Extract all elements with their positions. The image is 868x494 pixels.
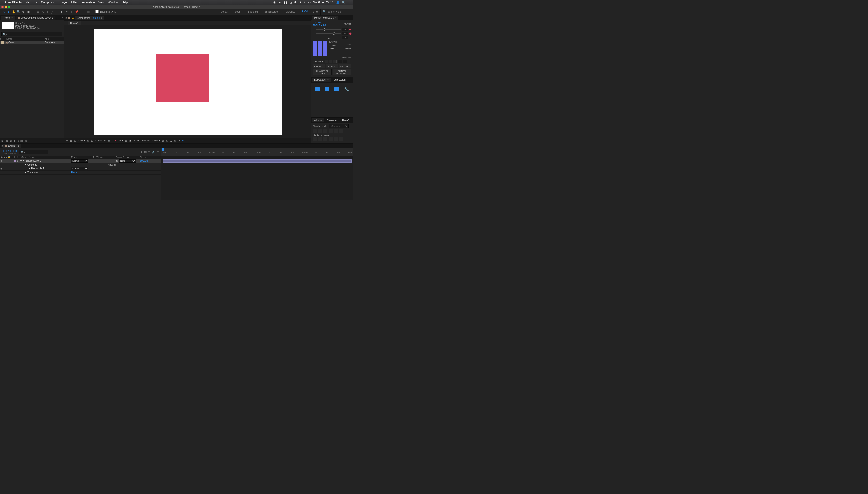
menu-composition[interactable]: Composition — [41, 1, 57, 4]
ease-both-slider[interactable]: ›‹ 50 — [313, 36, 351, 39]
workspace-rafal[interactable]: Rafal — [299, 9, 311, 15]
interpret-footage-icon[interactable]: ▣ — [1, 140, 4, 142]
add-menu-icon[interactable]: ◉ — [114, 164, 116, 166]
views-dropdown[interactable]: 1 View ▾ — [152, 139, 160, 142]
tl-icon[interactable]: 🔗 — [152, 151, 155, 154]
layer-transform-row[interactable]: ▸Transform Reset — [0, 171, 161, 174]
view-opt-icon[interactable]: ▣ — [162, 139, 164, 142]
puppet-tool[interactable]: ✧ — [69, 10, 74, 14]
menu-animation[interactable]: Animation — [82, 1, 95, 4]
anchor-br[interactable] — [323, 51, 327, 56]
col-type[interactable]: Type — [44, 38, 64, 40]
tl-icon[interactable]: ▢ — [157, 151, 159, 154]
type-tool[interactable]: T — [45, 10, 50, 14]
rectangle-tool[interactable]: ▭ — [35, 10, 40, 14]
current-time[interactable]: 0:00:00:00 — [95, 139, 106, 142]
tl-icon[interactable]: ◫ — [148, 151, 150, 154]
workspace-reset-icon[interactable]: ▭ — [316, 10, 318, 13]
help-search-input[interactable] — [328, 11, 349, 13]
tab-ease[interactable]: EaseC — [340, 118, 351, 122]
ease-both-value[interactable]: 50 — [342, 36, 348, 39]
home-button[interactable]: ⌂ — [1, 10, 6, 14]
stretch-value[interactable]: 100,0% — [140, 159, 154, 162]
dist-left-icon[interactable] — [329, 137, 333, 141]
comp-inner-tab[interactable]: Comp 1 — [68, 21, 81, 25]
hand-tool[interactable]: ✋ — [11, 10, 16, 14]
convert-to-shape-button[interactable]: CONVERT TO SHAPE — [313, 69, 332, 75]
snap-opt-icon[interactable]: ⊡ — [114, 11, 116, 13]
anchor-mr[interactable] — [323, 46, 327, 51]
workspace-standard[interactable]: Standard — [245, 9, 261, 15]
snapping-toggle[interactable]: Snapping ⤢ ⊡ — [95, 10, 116, 13]
seq-mode-icon[interactable] — [329, 60, 332, 63]
comp-thumbnail[interactable] — [2, 22, 14, 28]
close-window-button[interactable] — [1, 6, 4, 8]
workspace-small-screen[interactable]: Small Screen — [261, 9, 282, 15]
camera-tool[interactable]: ▣ — [26, 10, 31, 14]
view-opt-icon[interactable]: ⊞ — [174, 139, 176, 142]
timeline-search[interactable]: 🔍▾ — [19, 150, 48, 154]
workspace-learn[interactable]: Learn — [232, 9, 245, 15]
projecting-cap-button[interactable] — [334, 87, 339, 91]
tab-align[interactable]: Align ≡ — [312, 118, 324, 122]
align-vcenter-icon[interactable] — [334, 129, 338, 133]
tab-composition[interactable]: Composition Comp 1 ≡ — [75, 16, 104, 20]
seq-step-value[interactable]: 1 — [343, 60, 347, 63]
brush-tool[interactable]: ╱ — [50, 10, 55, 14]
tab-motion-tools[interactable]: Motion Tools 2.1.2 ≡ — [312, 16, 338, 20]
twirl-icon[interactable]: ▾ — [20, 159, 21, 162]
snapshot-icon[interactable]: 📷 — [108, 139, 110, 142]
align-left-icon[interactable] — [313, 129, 316, 133]
anchor-tr[interactable] — [323, 41, 327, 45]
seq-mode-icon[interactable] — [333, 60, 337, 63]
tl-icon[interactable]: ⊕ — [141, 151, 143, 154]
control-center-icon[interactable]: ☰ — [348, 1, 351, 4]
col-name[interactable]: Name — [5, 38, 44, 40]
tab-project[interactable]: Project ≡ — [1, 16, 15, 20]
menu-edit[interactable]: Edit — [33, 1, 38, 4]
anchor-grid[interactable] — [313, 41, 327, 56]
panel-menu-icon[interactable]: ≡ — [328, 78, 329, 81]
dist-vcenter-icon[interactable] — [318, 137, 322, 141]
panel-overflow-icon[interactable]: » — [352, 119, 353, 122]
clone-stamp-tool[interactable]: ⊥ — [55, 10, 60, 14]
visibility-icon[interactable]: ◉ — [0, 167, 3, 170]
menu-view[interactable]: View — [98, 1, 105, 4]
bounce-wave-icon[interactable]: ⌒⌒ — [347, 44, 351, 46]
about-button[interactable]: ABOUT — [344, 23, 351, 25]
composition-canvas[interactable] — [94, 29, 282, 135]
resolution-dropdown[interactable]: Full ▾ — [118, 139, 123, 142]
panel-overflow-icon[interactable]: » — [61, 17, 63, 19]
remove-artboard-button[interactable]: REMOVE ARTBOARD — [333, 69, 351, 75]
panel-menu-icon[interactable]: ≡ — [320, 119, 322, 122]
tab-close-icon[interactable]: × — [1, 145, 3, 147]
time-ruler[interactable]: :00f 15f 30f 45f 01:00f 15f 30f 45f 02:0… — [161, 148, 353, 156]
vis-col-header[interactable]: ◉ ◀ ● 🔒 — [0, 156, 14, 159]
bounce-button[interactable]: BOUNCE — [329, 44, 337, 46]
clone-dots-icon[interactable]: ◆◆◆◆ — [345, 47, 351, 50]
status-icon[interactable]: ◻ — [290, 1, 292, 4]
layer-rectangle-row[interactable]: ◉ ▸Rectangle 1 Normal — [0, 167, 161, 171]
dist-top-icon[interactable] — [313, 137, 316, 141]
minimize-window-button[interactable] — [5, 6, 7, 8]
window-controls[interactable] — [1, 6, 11, 8]
menu-layer[interactable]: Layer — [60, 1, 68, 4]
fill-icon[interactable]: ◫ — [81, 10, 86, 14]
seq-mode-icon[interactable] — [325, 60, 328, 63]
add-null-button[interactable]: ADD NULL — [339, 64, 351, 68]
elastic-button[interactable]: ELASTIC — [329, 41, 337, 43]
current-timecode[interactable]: 0:00:00:00 — [2, 149, 17, 153]
pen-tool[interactable]: ✎ — [40, 10, 45, 14]
menu-window[interactable]: Window — [108, 1, 118, 4]
visibility-icon[interactable]: ◉ — [0, 159, 3, 162]
trkmat-col-header[interactable]: TrkMat — [96, 156, 116, 159]
composition-viewer[interactable] — [64, 25, 311, 138]
roto-brush-tool[interactable]: ✦ — [64, 10, 69, 14]
tl-icon[interactable]: ▦ — [144, 151, 147, 154]
name-col-header[interactable]: Source Name — [20, 156, 71, 159]
layer-duration-bar[interactable] — [163, 159, 352, 163]
timeline-tab-comp1[interactable]: Comp 1 ≡ — [3, 144, 21, 148]
help-search[interactable]: 🔍 — [320, 9, 351, 15]
blend-mode-dropdown[interactable]: Normal — [71, 159, 88, 163]
snapping-checkbox[interactable] — [95, 10, 98, 13]
